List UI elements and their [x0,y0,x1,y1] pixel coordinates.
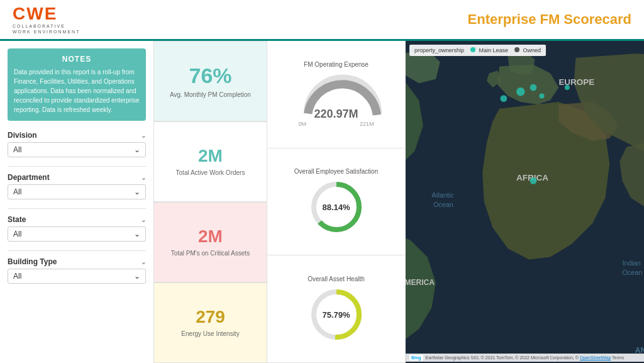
kpi-ca-value: 2M [198,227,223,247]
chart-fm-expense-title: FM Operating Expense [304,61,369,68]
header: CWE COLLABORATIVE WORK ENVIRONMENT Enter… [0,0,644,41]
kpi-critical-assets: 2M Total PM's on Critical Assets [154,202,267,282]
chevron-down-icon: ⌄ [134,187,140,196]
svg-point-30 [565,85,570,90]
map-legend-title: property_ownership [414,47,464,53]
chart-asset-health: Overall Asset Health 75.79% [267,255,405,363]
gauge-max: 221M [360,121,374,127]
chart-ah-title: Overall Asset Health [308,276,365,282]
chevron-icon: ⌄ [141,132,146,139]
notes-text: Data provided in this report is a roll-u… [14,67,140,114]
chart-es-title: Overall Employee Satisfaction [294,168,378,175]
notes-title: NOTES [14,55,140,64]
chevron-icon: ⌄ [141,174,146,181]
chevron-down-icon: ⌄ [134,230,140,238]
chevron-icon: ⌄ [141,259,146,265]
legend-owned: Owned [514,47,541,53]
world-map: Arctic Ocean Pacific Ocean Atlantic Ocea… [406,41,644,363]
filter-division: Division ⌄ All ⌄ [8,131,146,157]
chart-employee-satisfaction: Overall Employee Satisfaction 88.14% [267,148,405,256]
kpi-column: 76% Avg. Monthly PM Completion 2M Total … [154,41,267,363]
filter-state-label: State ⌄ [8,215,146,224]
legend-dot-owned [514,47,519,52]
donut-satisfaction-label: 88.14% [322,203,350,212]
svg-point-27 [530,84,537,91]
kpi-energy-value: 279 [196,308,225,327]
department-select[interactable]: All ⌄ [8,184,146,199]
kpi-pm-value: 76% [189,64,231,88]
filter-state: State ⌄ All ⌄ [8,215,146,242]
kpi-ca-label: Total PM's on Critical Assets [171,249,250,257]
kpi-energy: 279 Energy Use Intensity [154,282,267,363]
map-area: property_ownership Main Lease Owned [406,41,644,363]
svg-text:Ocean: Ocean [433,201,453,208]
notes-box: NOTES Data provided in this report is a … [8,48,146,121]
filter-department-label: Department ⌄ [8,173,146,182]
gauge-chart [299,72,374,113]
sidebar: NOTES Data provided in this report is a … [0,41,154,363]
svg-text:SOUTH AMERICA: SOUTH AMERICA [406,278,435,287]
chevron-down-icon: ⌄ [134,145,140,154]
logo-cwe: CWE [13,5,80,23]
gauge-range: 0M 221M [299,121,374,127]
logo-sub2: WORK ENVIRONMENT [13,30,80,34]
map-credit: Bing Earthstar Geographics SIO, © 2021 T… [406,354,644,362]
map-legend: property_ownership Main Lease Owned [409,45,546,56]
legend-main-lease: Main Lease [470,47,508,53]
svg-text:Atlantic: Atlantic [431,191,454,199]
kpi-wo-label: Total Active Work Orders [176,169,245,177]
svg-point-28 [500,95,507,102]
filter-building-type: Building Type ⌄ All ⌄ [8,257,146,284]
kpi-pm-completion: 76% Avg. Monthly PM Completion [154,41,267,121]
filter-department: Department ⌄ All ⌄ [8,173,146,199]
logo-sub1: COLLABORATIVE [13,24,80,28]
donut-satisfaction: 88.14% [308,179,365,235]
legend-dot-lease [470,47,475,52]
state-select[interactable]: All ⌄ [8,226,146,242]
donut-asset-health-label: 75.79% [322,310,350,319]
content-area: 76% Avg. Monthly PM Completion 2M Total … [154,41,644,363]
logo-area: CWE COLLABORATIVE WORK ENVIRONMENT [13,5,80,34]
gauge-min: 0M [299,121,307,127]
donut-asset-health: 75.79% [308,286,365,343]
kpi-work-orders: 2M Total Active Work Orders [154,121,267,202]
filter-building-type-label: Building Type ⌄ [8,257,146,266]
filter-division-label: Division ⌄ [8,131,146,140]
bing-logo: Bing [409,355,423,360]
map-credit-text: Earthstar Geographics SIO, © 2021 TomTom… [426,355,625,360]
svg-text:Indian: Indian [622,259,640,267]
charts-column: FM Operating Expense 220.97M 0M 221M [267,41,406,363]
kpi-wo-value: 2M [198,147,223,166]
chevron-down-icon: ⌄ [134,272,140,281]
chart-fm-expense: FM Operating Expense 220.97M 0M 221M [267,41,405,148]
division-select[interactable]: All ⌄ [8,142,146,157]
svg-point-26 [516,87,525,96]
main-layout: NOTES Data provided in this report is a … [0,41,644,363]
kpi-energy-label: Energy Use Intensity [181,330,239,338]
svg-point-29 [539,94,544,99]
kpi-pm-label: Avg. Monthly PM Completion [170,91,251,99]
svg-text:Ocean: Ocean [622,269,642,276]
svg-text:EUROPE: EUROPE [558,77,594,87]
page-title: Enterprise FM Scorecard [468,11,631,28]
svg-point-38 [530,177,537,184]
chevron-icon: ⌄ [141,216,146,223]
building-type-select[interactable]: All ⌄ [8,269,146,284]
